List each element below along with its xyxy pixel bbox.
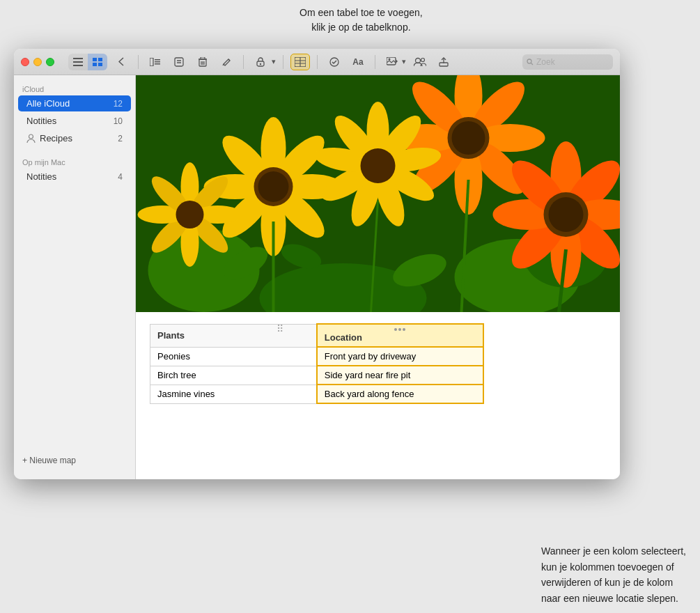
svg-point-63 [452,121,485,155]
svg-rect-6 [98,63,102,66]
grid-view-button[interactable] [88,54,107,70]
svg-rect-5 [93,63,97,66]
location-cell[interactable]: Front yard by driveway [317,347,483,366]
list-view-button[interactable] [68,54,88,70]
table-row: Birch tree Side yard near fire pit [150,366,484,385]
svg-point-23 [260,63,261,64]
mac-section-label: Op mijn Mac [14,154,135,168]
divider-1 [138,55,139,69]
edit-button[interactable] [217,54,236,70]
svg-point-38 [29,134,33,139]
note-content: ⠿ Plants Location [136,75,620,479]
svg-point-53 [258,171,289,202]
svg-rect-0 [73,58,83,59]
svg-point-83 [549,197,584,232]
svg-line-21 [223,64,224,65]
export-button[interactable] [434,54,453,70]
collab-button[interactable] [410,54,430,70]
titlebar: ▾ Aa ▾ Zoek [14,49,620,75]
svg-rect-7 [150,58,153,66]
sidebar-item-label: Alle iCloud [26,98,70,109]
sidebar-item-badge: 10 [114,116,123,126]
divider-2 [243,55,244,69]
svg-point-73 [361,148,396,183]
svg-rect-3 [93,58,97,61]
col-dot [403,328,405,331]
svg-rect-1 [73,61,83,63]
svg-line-37 [531,63,534,65]
delete-button[interactable] [193,54,212,70]
sidebar-item-label: Notities [26,116,56,126]
col-dots [325,328,476,331]
table-row: Jasmine vines Back yard along fence [150,385,484,403]
format-button[interactable]: Aa [348,54,368,70]
search-placeholder: Zoek [536,57,555,67]
svg-point-30 [389,59,391,61]
back-button[interactable] [111,54,131,70]
search-bar[interactable]: Zoek [522,54,613,70]
svg-rect-10 [155,63,160,65]
sidebar-footer: + Nieuwe map [14,447,135,474]
sidebar-item-badge: 2 [118,134,123,143]
flower-image [136,75,620,312]
sidebar-item-recipes[interactable]: Recipes 2 [18,130,131,146]
sidebar: iCloud Alle iCloud 12 Notities 10 Recipe… [14,75,136,479]
sidebar-item-badge: 12 [114,99,123,109]
table-row: Peonies Front yard by driveway [150,347,484,366]
maximize-button[interactable] [46,58,54,66]
divider-5 [375,55,375,69]
icloud-section-label: iCloud [14,81,135,95]
lock-button[interactable] [251,54,270,70]
media-button[interactable] [382,54,402,70]
main-area: iCloud Alle iCloud 12 Notities 10 Recipe… [14,75,620,479]
notes-window: ▾ Aa ▾ Zoek iCl [14,49,620,479]
svg-rect-4 [98,58,102,61]
svg-rect-2 [73,65,83,66]
sidebar-item-badge: 4 [118,172,123,182]
sidebar-item-alle-icloud[interactable]: Alle iCloud 12 [18,95,131,111]
sidebar-item-mac-notities[interactable]: Notities 4 [18,169,131,185]
annotation-bottom-text: Wanneer je een kolom selecteert, kun je … [541,545,686,603]
checklist-button[interactable] [325,54,344,70]
annotation-bottom: Wanneer je een kolom selecteert, kun je … [541,543,686,606]
plants-table: Plants Location [150,323,484,404]
svg-point-92 [176,201,204,228]
svg-rect-11 [175,58,183,66]
new-folder-label: + Nieuwe map [22,456,76,465]
minimize-button[interactable] [33,58,42,66]
table-drag-handle[interactable]: ⠿ [277,323,283,334]
new-folder-button[interactable]: + Nieuwe map [22,453,76,468]
svg-line-20 [228,59,230,61]
sidebar-item-label: Recipes [40,133,72,143]
col-dot [394,328,397,331]
svg-rect-9 [155,61,160,63]
svg-point-33 [421,59,425,62]
sidebar-item-label: Notities [26,171,56,182]
location-col-header[interactable]: Location [317,324,483,347]
plant-cell[interactable]: Birch tree [150,366,317,385]
annotation-top: Om een tabel toe te voegen, klik je op d… [300,6,423,35]
plant-cell[interactable]: Jasmine vines [150,385,317,403]
svg-point-36 [527,59,531,63]
plants-col-header: Plants [150,324,317,347]
sidebar-toggle-button[interactable] [146,54,165,70]
location-cell[interactable]: Back yard along fence [317,385,483,403]
table-button[interactable] [290,54,310,70]
svg-marker-31 [396,59,398,63]
close-button[interactable] [21,58,29,66]
location-cell[interactable]: Side yard near fire pit [317,366,483,385]
person-icon [26,134,36,143]
share-note-button[interactable] [169,54,189,70]
divider-3 [283,55,283,69]
sidebar-item-notities[interactable]: Notities 10 [18,113,131,129]
table-area: ⠿ Plants Location [136,312,620,418]
plant-cell[interactable]: Peonies [150,347,317,366]
svg-rect-19 [201,57,205,59]
divider-4 [317,55,318,69]
annotation-top-text: Om een tabel toe te voegen, klik je op d… [300,7,423,33]
col-dot [398,328,401,331]
svg-rect-8 [155,59,160,61]
